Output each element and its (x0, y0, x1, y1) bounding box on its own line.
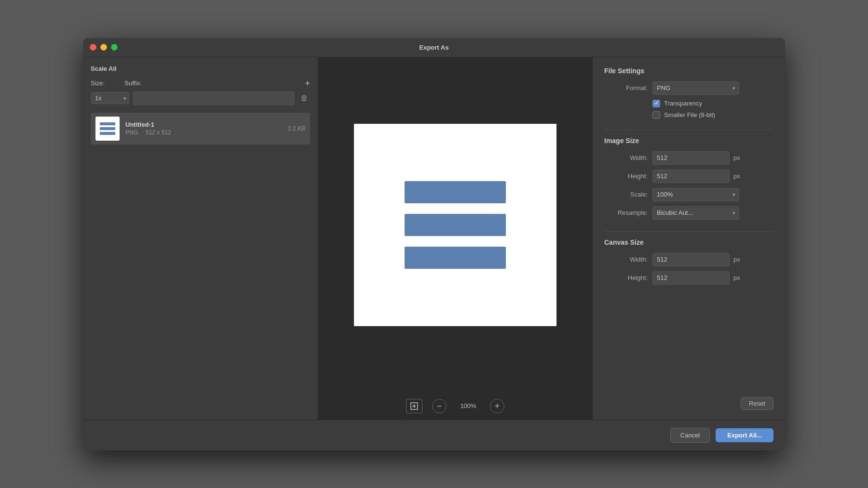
preview-bar-2 (405, 214, 506, 236)
traffic-lights (90, 44, 118, 51)
divider-1 (604, 130, 773, 130)
check-mark: ✓ (654, 100, 659, 106)
scale-select[interactable]: 1x 2x 3x 0.5x (91, 92, 129, 104)
preview-bar-3 (405, 247, 506, 269)
resample-select[interactable]: Bicubic Aut... Bicubic Bilinear Nearest … (652, 206, 739, 220)
format-label: Format: (604, 84, 648, 92)
canvas-height-input[interactable]: 512 (652, 271, 730, 285)
preview-bar-1 (405, 181, 506, 203)
size-label: Size: (91, 79, 124, 87)
fit-icon (410, 402, 419, 410)
cancel-button[interactable]: Cancel (670, 428, 710, 443)
scale-select-wrapper-right: 100% 50% 200% (652, 188, 739, 201)
file-info: Untitled-1 PNG 512 x 512 (125, 121, 282, 136)
transparency-checkbox[interactable]: ✓ (652, 100, 660, 107)
scale-select-wrapper: 1x 2x 3x 0.5x (91, 92, 129, 104)
add-scale-button[interactable]: + (305, 79, 310, 88)
smaller-file-row: Smaller File (8-bit) (652, 111, 773, 119)
left-panel: Scale All Size: Suffix: + 1x 2x 3x 0.5x … (83, 57, 318, 420)
image-size-title: Image Size (604, 137, 773, 145)
dialog-title: Export As (420, 44, 449, 51)
file-name: Untitled-1 (125, 121, 282, 128)
smaller-file-label: Smaller File (8-bit) (664, 111, 715, 119)
preview-area (318, 57, 592, 393)
image-height-input[interactable]: 512 (652, 170, 730, 183)
reset-button[interactable]: Reset (741, 397, 773, 410)
right-footer: Reset (604, 389, 773, 410)
file-list: Untitled-1 PNG 512 x 512 2.2 KB (91, 113, 310, 145)
image-height-label: Height: (604, 172, 648, 180)
canvas-size-title: Canvas Size (604, 238, 773, 246)
size-suffix-row: Size: Suffix: + (91, 79, 310, 88)
canvas-height-row: Height: 512 px (604, 271, 773, 285)
maximize-button[interactable] (111, 44, 118, 51)
file-dimensions: 512 x 512 (146, 129, 171, 136)
image-width-row: Width: 512 px (604, 151, 773, 165)
preview-controls: − 100% + (318, 393, 592, 420)
dialog-footer: Cancel Export All... (83, 420, 785, 450)
resample-label: Resample: (604, 209, 648, 216)
titlebar: Export As (83, 38, 785, 57)
canvas-width-label: Width: (604, 256, 648, 263)
resample-row: Resample: Bicubic Aut... Bicubic Bilinea… (604, 206, 773, 220)
suffix-label: Suffix: (124, 79, 305, 87)
format-select[interactable]: PNG JPG GIF SVG PDF (652, 81, 739, 95)
image-width-label: Width: (604, 154, 648, 161)
canvas-height-label: Height: (604, 274, 648, 281)
transparency-row: ✓ Transparency (652, 100, 773, 107)
canvas-width-input[interactable]: 512 (652, 253, 730, 266)
canvas-height-unit: px (733, 274, 740, 281)
file-format: PNG (125, 129, 138, 136)
transparency-label: Transparency (664, 100, 702, 107)
canvas-preview (354, 124, 556, 326)
export-all-button[interactable]: Export All... (716, 428, 773, 442)
fit-to-screen-button[interactable] (406, 399, 422, 413)
resample-select-wrapper: Bicubic Aut... Bicubic Bilinear Nearest … (652, 206, 739, 220)
image-height-unit: px (733, 172, 740, 180)
image-width-input[interactable]: 512 (652, 151, 730, 165)
scale-row: Scale: 100% 50% 200% (604, 188, 773, 201)
suffix-input[interactable] (133, 92, 295, 105)
thumb-bar-1 (100, 122, 115, 125)
minimize-button[interactable] (100, 44, 107, 51)
scale-label: Scale: (604, 191, 648, 198)
file-size: 2.2 KB (288, 125, 305, 132)
file-list-item[interactable]: Untitled-1 PNG 512 x 512 2.2 KB (91, 113, 310, 145)
zoom-in-button[interactable]: + (490, 399, 504, 413)
canvas-width-row: Width: 512 px (604, 253, 773, 266)
smaller-file-checkbox[interactable] (652, 111, 660, 119)
canvas-width-unit: px (733, 256, 740, 263)
file-thumbnail (95, 117, 120, 141)
main-content: Scale All Size: Suffix: + 1x 2x 3x 0.5x … (83, 57, 785, 420)
export-as-dialog: Export As Scale All Size: Suffix: + 1x 2… (83, 38, 785, 450)
zoom-level-display: 100% (456, 402, 480, 409)
right-panel: File Settings Format: PNG JPG GIF SVG PD… (592, 57, 785, 420)
image-height-row: Height: 512 px (604, 170, 773, 183)
zoom-out-button[interactable]: − (432, 399, 447, 413)
scale-suffix-inputs: 1x 2x 3x 0.5x 🗑 (91, 92, 310, 105)
scale-all-label: Scale All (91, 65, 310, 72)
thumb-bar-2 (100, 127, 115, 130)
file-meta: PNG 512 x 512 (125, 129, 282, 136)
center-panel: − 100% + (318, 57, 592, 420)
thumb-bar-3 (100, 132, 115, 135)
delete-scale-button[interactable]: 🗑 (298, 94, 310, 103)
image-width-unit: px (733, 154, 740, 161)
close-button[interactable] (90, 44, 96, 51)
file-settings-title: File Settings (604, 67, 773, 75)
format-select-wrapper: PNG JPG GIF SVG PDF (652, 81, 739, 95)
scale-select-right[interactable]: 100% 50% 200% (652, 188, 739, 201)
format-row: Format: PNG JPG GIF SVG PDF (604, 81, 773, 95)
divider-2 (604, 231, 773, 232)
